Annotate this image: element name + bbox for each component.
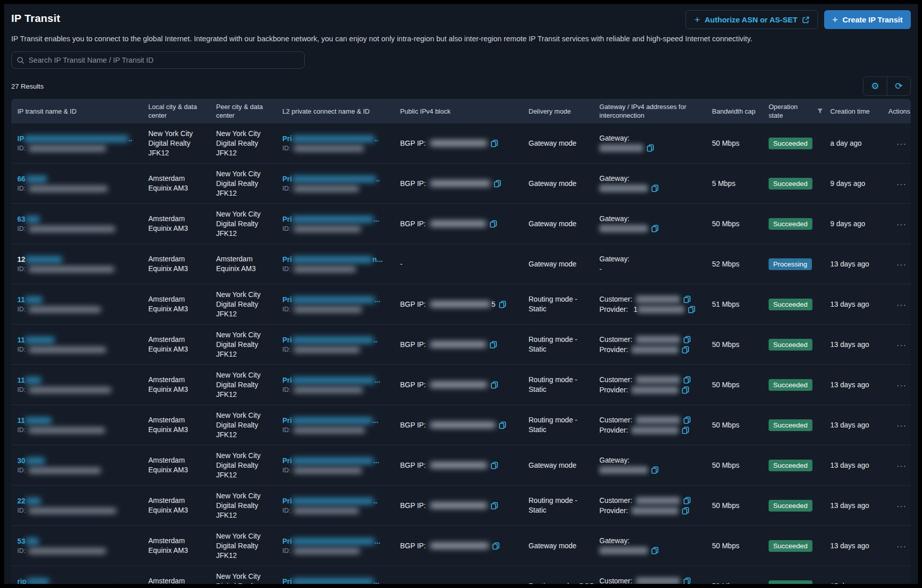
copy-icon[interactable]	[683, 376, 691, 384]
cell-local-city: AmsterdamEquinix AM3	[148, 445, 216, 485]
row-actions-button[interactable]: ···	[897, 179, 907, 188]
copy-icon[interactable]	[651, 184, 658, 192]
ip-transit-link[interactable]: rip	[17, 577, 27, 584]
l2-connect-link[interactable]: Pri	[282, 376, 292, 384]
copy-icon[interactable]	[491, 462, 498, 469]
l2-connect-link[interactable]: Pri	[282, 537, 292, 545]
local-city-line: Amsterdam	[148, 375, 212, 385]
row-actions-button[interactable]: ···	[897, 582, 907, 584]
l2-name-line: Pri...	[282, 416, 396, 424]
peer-city-line: New York City	[216, 370, 278, 380]
copy-icon[interactable]	[491, 381, 498, 389]
copy-icon[interactable]	[682, 386, 689, 394]
filter-icon[interactable]	[817, 108, 823, 114]
settings-button[interactable]: ⚙	[863, 77, 887, 95]
row-actions-button[interactable]: ···	[897, 139, 907, 148]
authorize-asn-button[interactable]: + Authorize ASN or AS-SET	[686, 10, 818, 29]
row-actions-button[interactable]: ···	[897, 381, 907, 389]
copy-icon[interactable]	[683, 416, 691, 424]
l2-connect-link[interactable]: ...	[375, 376, 381, 384]
customer-line: Customer:	[599, 416, 708, 424]
l2-connect-link[interactable]: ...	[373, 416, 379, 424]
ip-transit-link[interactable]: 11	[17, 336, 25, 344]
l2-connect-link[interactable]: Pri	[282, 135, 292, 143]
refresh-button[interactable]: ⟳	[887, 77, 910, 95]
l2-connect-link[interactable]: Pri	[282, 577, 292, 584]
copy-icon[interactable]	[683, 497, 691, 504]
l2-connect-link[interactable]: ...	[374, 457, 380, 465]
row-actions-button[interactable]: ···	[897, 421, 907, 430]
create-ip-transit-button[interactable]: + Create IP Transit	[824, 10, 911, 29]
bgp-ip-label: BGP IP:	[400, 542, 426, 550]
row-actions-button[interactable]: ···	[897, 260, 907, 269]
row-actions-button[interactable]: ···	[897, 340, 907, 349]
l2-connect-link[interactable]: ..	[374, 497, 378, 505]
page-title: IP Transit	[11, 12, 60, 24]
provider-line: Provider:	[599, 345, 708, 354]
copy-icon[interactable]	[682, 426, 689, 434]
copy-icon[interactable]	[683, 336, 691, 343]
table-row: 11ID:AmsterdamEquinix AM3New York CityDi…	[11, 405, 911, 445]
l2-connect-link[interactable]: Pri	[282, 215, 292, 223]
ip-transit-link[interactable]: 11	[17, 296, 25, 304]
l2-connect-link[interactable]: n...	[373, 255, 383, 263]
copy-icon[interactable]	[490, 341, 497, 349]
ip-transit-link[interactable]: 11	[17, 376, 25, 384]
l2-connect-link[interactable]: ...	[374, 215, 380, 223]
cell-ip-transit-name: ripID:	[11, 566, 148, 584]
copy-icon[interactable]	[491, 140, 498, 147]
search-input[interactable]	[29, 56, 299, 64]
copy-icon[interactable]	[683, 296, 691, 303]
copy-icon[interactable]	[651, 547, 658, 554]
l2-name-line: Pri...	[282, 296, 396, 304]
local-city-line: Equinix AM3	[148, 546, 212, 555]
copy-icon[interactable]	[688, 306, 695, 313]
l2-connect-link[interactable]: Pri	[282, 175, 292, 183]
ip-transit-link[interactable]: 11	[17, 416, 25, 424]
row-actions-button[interactable]: ···	[897, 220, 907, 228]
l2-connect-link[interactable]: ...	[375, 296, 381, 304]
copy-icon[interactable]	[651, 466, 658, 474]
row-actions-button[interactable]: ···	[897, 542, 907, 550]
copy-icon[interactable]	[499, 421, 506, 429]
l2-connect-link[interactable]: ...	[374, 577, 380, 584]
ip-transit-link[interactable]: 30	[17, 457, 25, 465]
copy-icon[interactable]	[682, 507, 689, 515]
ip-transit-link[interactable]: 22	[17, 497, 25, 505]
l2-connect-link[interactable]: Pri	[282, 336, 292, 344]
ip-transit-link[interactable]: IP	[17, 135, 24, 143]
l2-connect-link[interactable]: ..	[375, 135, 379, 143]
l2-connect-link[interactable]: ..	[374, 336, 378, 344]
l2-connect-link[interactable]: Pri	[282, 497, 292, 505]
cell-operation-state: Succeeded	[769, 164, 830, 203]
l2-connect-link[interactable]: ...	[375, 537, 381, 545]
copy-icon[interactable]	[492, 542, 499, 550]
cell-local-city: AmsterdamEquinix AM3	[148, 365, 216, 405]
l2-connect-link[interactable]: Pri	[282, 457, 292, 465]
copy-icon[interactable]	[682, 346, 689, 354]
l2-connect-link[interactable]: Pri	[282, 255, 292, 263]
copy-icon[interactable]	[494, 180, 501, 188]
bgp-ip-label: BGP IP:	[400, 300, 426, 308]
cell-bandwidth-cap: 5 Mbps	[712, 164, 769, 203]
copy-icon[interactable]	[651, 225, 658, 232]
copy-icon[interactable]	[683, 577, 691, 584]
copy-icon[interactable]	[490, 220, 497, 228]
copy-icon[interactable]	[499, 301, 506, 308]
row-actions-button[interactable]: ···	[897, 300, 907, 309]
ip-transit-link[interactable]: 53	[17, 537, 25, 545]
l2-connect-link[interactable]: ..	[376, 175, 380, 183]
peer-city-line: New York City	[216, 572, 278, 581]
ip-transit-link[interactable]: 66	[17, 175, 25, 183]
row-actions-button[interactable]: ···	[897, 501, 907, 510]
ip-transit-link[interactable]: 63	[17, 215, 25, 223]
copy-icon[interactable]	[491, 502, 498, 510]
l2-connect-link[interactable]: Pri	[282, 296, 292, 304]
copy-icon[interactable]	[647, 144, 654, 152]
l2-connect-link[interactable]: Pri	[282, 416, 292, 424]
local-city-line: New York City	[148, 129, 212, 139]
row-actions-button[interactable]: ···	[897, 461, 907, 470]
ip-transit-link[interactable]: ..	[128, 135, 133, 143]
name-line: IP..	[17, 135, 144, 143]
cell-creation-time: 13 days ago	[830, 445, 888, 485]
